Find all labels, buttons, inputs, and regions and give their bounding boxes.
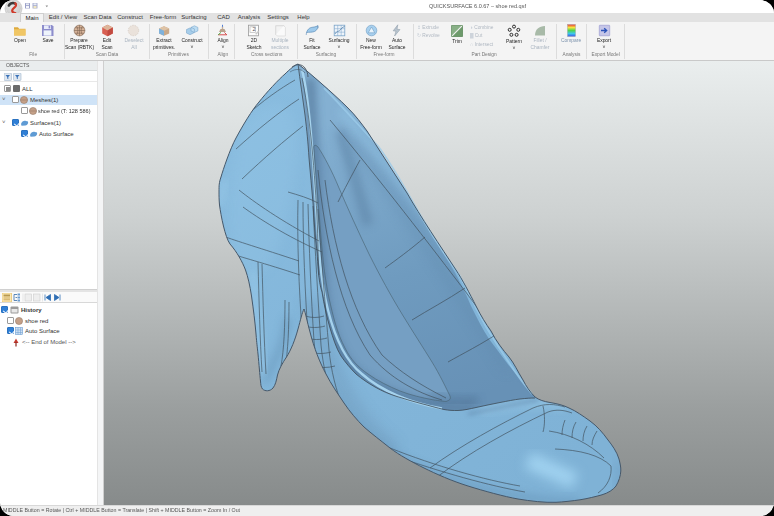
svg-text:2: 2	[253, 26, 256, 32]
